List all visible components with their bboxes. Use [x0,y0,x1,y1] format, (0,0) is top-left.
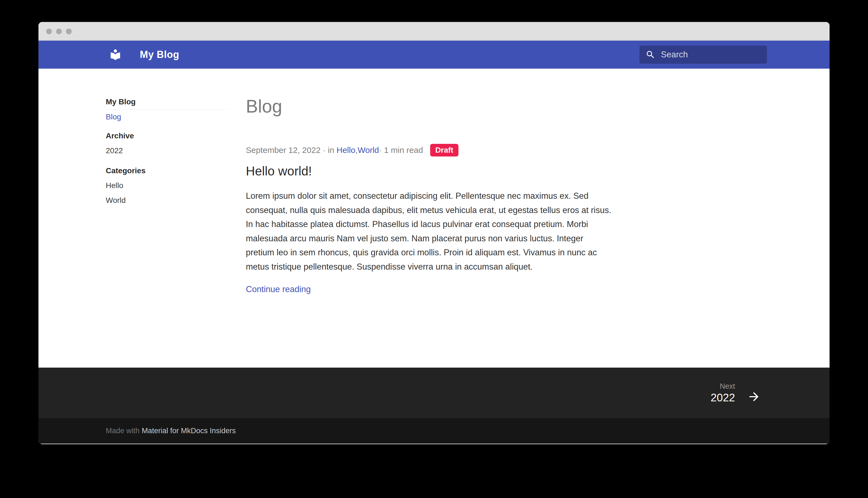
post-excerpt: Lorem ipsum dolor sit amet, consectetur … [246,189,674,274]
header-site-title[interactable]: My Blog [140,49,179,61]
category-link-world[interactable]: World [358,144,379,157]
sidebar-item-hello[interactable]: Hello [106,178,235,193]
app-header: My Blog [38,41,830,69]
search-input[interactable] [661,50,754,60]
window-maximize-button[interactable] [66,28,72,34]
page-title: Blog [246,95,674,117]
search-box[interactable] [639,45,767,64]
arrow-right-icon [747,390,761,404]
sidebar-item-2022[interactable]: 2022 [106,143,235,158]
continue-reading-link[interactable]: Continue reading [246,282,311,296]
footer-meta: Made with Material for MkDocs Insiders [38,418,830,444]
theme-credit-link[interactable]: Material for MkDocs Insiders [142,427,236,435]
read-time: · 1 min read [379,144,423,157]
sidebar-item-world[interactable]: World [106,193,235,208]
page-content: My Blog Blog Archive 2022 Categories Hel… [38,69,830,368]
browser-window: My Blog My Blog Blog Archive 2022 Catego… [38,22,830,444]
post-meta: September 12, 2022 · in Hello, World · 1… [246,144,674,157]
sidebar-item-blog[interactable]: Blog [106,113,121,121]
sidebar-site-title: My Blog [106,94,235,109]
category-separator: , [355,144,358,157]
post-date: September 12, 2022 · in [246,144,334,157]
sidebar-categories-heading: Categories [106,163,235,178]
window-titlebar [38,22,830,41]
site-logo-icon[interactable] [109,48,122,61]
sidebar-archive-heading: Archive [106,129,235,143]
footer-nav: Next 2022 [38,368,830,418]
window-close-button[interactable] [46,28,52,34]
sidebar-nav: My Blog Blog Archive 2022 Categories Hel… [106,94,235,208]
category-link-hello[interactable]: Hello [336,144,355,157]
main-column: Blog September 12, 2022 · in Hello, Worl… [246,69,674,296]
footer-next-label: Next [711,382,735,391]
made-with-text: Made with [106,427,140,435]
search-icon [646,50,656,60]
footer-next-title: 2022 [711,391,735,404]
draft-badge: Draft [430,144,458,157]
footer-next-link[interactable]: Next 2022 [711,382,761,404]
post-title[interactable]: Hello world! [246,163,674,179]
window-minimize-button[interactable] [56,28,62,34]
